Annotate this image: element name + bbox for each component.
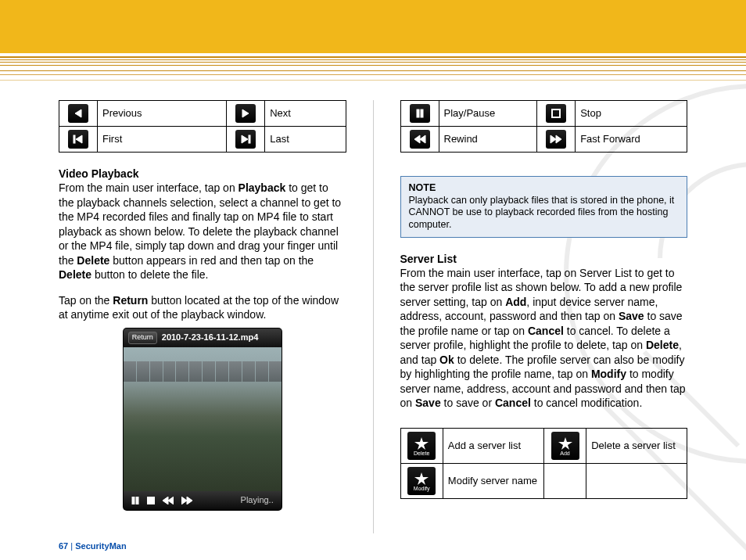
svg-rect-5 <box>249 135 250 143</box>
svg-rect-2 <box>74 135 75 143</box>
svg-marker-17 <box>420 135 425 143</box>
header-rules <box>0 53 746 75</box>
svg-rect-15 <box>552 109 560 117</box>
phone-video-area <box>124 347 282 491</box>
svg-marker-18 <box>551 135 556 143</box>
playback-icons-table: Play/Pause Stop Rewind Fast Forward <box>400 100 688 153</box>
server-empty-label-cell <box>586 463 687 498</box>
phone-transport-icons <box>131 497 192 504</box>
next-icon <box>235 104 256 123</box>
rewind-icon <box>410 130 430 149</box>
phone-return-button: Return <box>128 332 157 344</box>
page-footer: 67 | SecurityMan <box>59 541 127 551</box>
right-column: Play/Pause Stop Rewind Fast Forward NOTE <box>400 100 688 533</box>
nav-next-label: Next <box>265 101 346 127</box>
note-text: Playback can only playback files that is… <box>409 195 675 230</box>
svg-rect-6 <box>132 497 134 504</box>
phone-stop-icon <box>147 497 155 504</box>
nav-icons-table: Previous Next First Last <box>59 100 346 153</box>
svg-rect-14 <box>421 109 423 117</box>
server-modify-label: Modify server name <box>443 463 543 498</box>
phone-status: Playing.. <box>241 494 274 506</box>
fast-forward-label: Fast Forward <box>576 127 687 153</box>
phone-pause-icon <box>131 497 139 504</box>
phone-fastforward-icon <box>181 497 192 504</box>
svg-marker-10 <box>168 497 174 504</box>
previous-icon <box>68 104 88 123</box>
video-playback-paragraph-1: Video Playback From the main user interf… <box>59 167 346 282</box>
svg-marker-12 <box>187 497 192 504</box>
server-add-label: Add a server list <box>443 428 543 463</box>
nav-first-label: First <box>98 127 227 153</box>
phone-rewind-icon <box>163 497 174 504</box>
server-delete-icon: Delete <box>407 432 436 460</box>
note-label: NOTE <box>409 182 436 193</box>
svg-rect-7 <box>136 497 138 504</box>
server-modify-icon: Modify <box>407 467 436 495</box>
phone-screenshot: Return 2010-7-23-16-11-12.mp4 Pla <box>124 328 282 510</box>
first-icon <box>68 130 88 149</box>
svg-marker-20 <box>414 437 429 450</box>
svg-marker-0 <box>75 109 81 117</box>
svg-marker-9 <box>163 497 168 504</box>
phone-filename: 2010-7-23-16-11-12.mp4 <box>162 332 259 343</box>
svg-rect-8 <box>147 497 155 504</box>
svg-marker-16 <box>414 135 420 143</box>
nav-previous-label: Previous <box>98 101 227 127</box>
stop-icon <box>546 104 566 123</box>
fast-forward-icon <box>546 130 566 149</box>
svg-marker-11 <box>181 497 187 504</box>
video-playback-title: Video Playback <box>59 167 138 180</box>
nav-last-label: Last <box>265 127 346 153</box>
column-separator <box>373 100 374 533</box>
svg-marker-21 <box>558 437 572 450</box>
svg-marker-3 <box>76 135 82 143</box>
svg-marker-4 <box>242 135 248 143</box>
server-add-icon: Add <box>551 432 579 460</box>
stop-label: Stop <box>576 101 687 127</box>
header-band <box>0 0 746 53</box>
page-number: 67 <box>59 541 68 551</box>
last-icon <box>235 130 256 149</box>
rewind-label: Rewind <box>439 127 537 153</box>
svg-marker-1 <box>242 109 249 117</box>
server-delete-label: Delete a server list <box>586 428 687 463</box>
play-pause-label: Play/Pause <box>439 101 537 127</box>
svg-rect-13 <box>417 109 419 117</box>
video-playback-paragraph-2: Tap on the Return button located at the … <box>59 293 346 322</box>
brand-name: SecurityMan <box>75 541 126 551</box>
server-empty-icon-cell <box>543 463 586 498</box>
left-column: Previous Next First Last Video Playback <box>59 100 346 533</box>
svg-marker-19 <box>556 135 561 143</box>
server-icons-table: Delete Add a server list Add Delete a se… <box>400 428 688 499</box>
play-pause-icon <box>410 104 430 123</box>
svg-marker-22 <box>414 472 429 485</box>
note-box: NOTE Playback can only playback files th… <box>400 176 688 238</box>
server-list-paragraph: Server List From the main user interface… <box>400 252 688 411</box>
server-list-title: Server List <box>400 253 457 265</box>
